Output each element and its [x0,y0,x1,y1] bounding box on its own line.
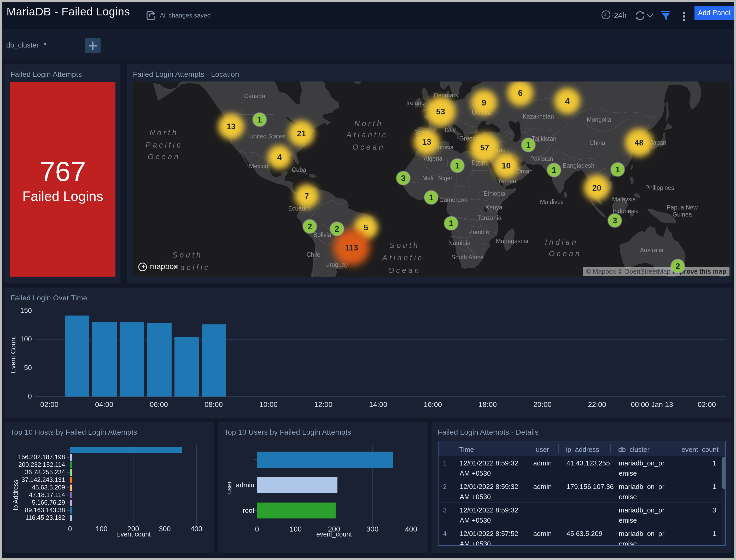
svg-text:57: 57 [480,143,489,152]
svg-text:1: 1 [429,193,433,202]
svg-text:6: 6 [518,89,522,98]
svg-text:1: 1 [615,165,620,174]
svg-text:1: 1 [449,219,453,228]
svg-text:53: 53 [436,107,445,116]
svg-text:1: 1 [257,115,262,124]
svg-text:3: 3 [612,216,617,225]
svg-text:13: 13 [227,122,236,131]
svg-text:2: 2 [307,222,312,231]
svg-text:48: 48 [635,138,644,147]
svg-text:13: 13 [422,137,431,147]
svg-text:1: 1 [526,141,530,150]
svg-text:1: 1 [455,161,459,170]
svg-text:7: 7 [304,192,309,201]
svg-text:5: 5 [364,223,368,232]
svg-text:20: 20 [592,183,601,193]
svg-text:4: 4 [565,97,570,106]
svg-text:113: 113 [345,243,358,252]
svg-text:10: 10 [502,161,511,170]
svg-text:4: 4 [277,153,282,162]
svg-text:21: 21 [297,129,306,138]
svg-text:3: 3 [401,174,405,183]
svg-text:2: 2 [335,224,339,234]
svg-text:1: 1 [552,166,556,175]
svg-text:2: 2 [675,262,680,271]
svg-text:9: 9 [482,98,486,107]
